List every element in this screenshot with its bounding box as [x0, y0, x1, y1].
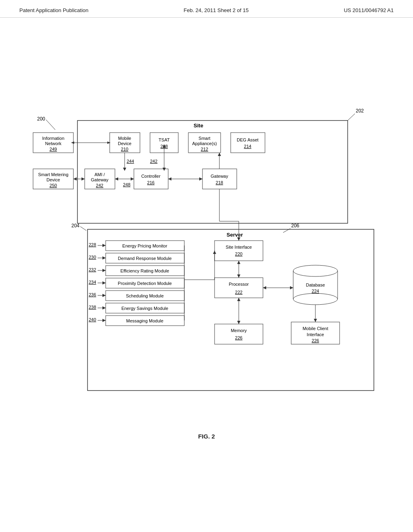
svg-marker-20 — [131, 177, 134, 181]
demand-response-label: Demand Response Module — [118, 256, 171, 261]
svg-text:Site Interface: Site Interface — [226, 245, 252, 249]
scheduling-label: Scheduling Module — [126, 293, 164, 298]
svg-text:Appliance(s): Appliance(s) — [192, 141, 217, 146]
ref-200: 200 — [37, 116, 45, 122]
ref-236: 236 — [89, 292, 96, 297]
svg-line-0 — [46, 120, 55, 130]
ref-244-label: 244 — [127, 159, 134, 164]
mobile-device-ref: 210 — [121, 147, 128, 152]
ref-248-label: 248 — [123, 182, 130, 187]
ref-234: 234 — [89, 280, 96, 285]
header-right: US 2011/0046792 A1 — [344, 7, 394, 13]
svg-marker-30 — [102, 256, 106, 260]
svg-marker-21 — [115, 177, 118, 181]
messaging-label: Messaging Module — [126, 318, 163, 323]
svg-line-1 — [348, 114, 355, 121]
svg-marker-57 — [314, 319, 317, 322]
efficiency-rating-label: Efficiency Rating Module — [121, 268, 169, 273]
svg-marker-36 — [102, 294, 106, 297]
svg-text:Gateway: Gateway — [91, 177, 108, 182]
svg-marker-47 — [237, 321, 240, 324]
info-network-ref: 249 — [50, 147, 57, 152]
ref-232: 232 — [89, 267, 96, 272]
ref-228: 228 — [89, 242, 96, 247]
svg-marker-34 — [102, 281, 106, 285]
svg-marker-28 — [102, 244, 106, 247]
site-label: Site — [194, 123, 203, 129]
ref-206: 206 — [291, 223, 299, 229]
svg-text:Gateway: Gateway — [211, 174, 228, 179]
server-label: Server — [227, 232, 243, 238]
svg-text:DEG Asset: DEG Asset — [237, 137, 259, 142]
smart-metering-ref: 250 — [50, 183, 57, 188]
processor-box — [215, 278, 263, 298]
svg-text:Memory: Memory — [231, 328, 247, 333]
page-header: Patent Application Publication Feb. 24, … — [0, 0, 413, 18]
svg-marker-40 — [102, 319, 106, 322]
svg-text:Interface: Interface — [307, 332, 324, 337]
energy-pricing-label: Energy Pricing Monitor — [122, 243, 167, 248]
svg-marker-9 — [123, 168, 126, 171]
svg-marker-38 — [102, 306, 106, 310]
processor-ref: 222 — [235, 290, 242, 295]
smart-appliance-ref: 212 — [201, 147, 208, 152]
header-left: Patent Application Publication — [19, 7, 88, 13]
svg-text:Network: Network — [45, 141, 62, 146]
svg-text:Smart: Smart — [198, 136, 210, 141]
svg-marker-18 — [81, 177, 85, 181]
svg-marker-19 — [73, 177, 77, 181]
svg-marker-45 — [237, 261, 240, 264]
database-ref: 224 — [312, 289, 319, 293]
ref-202: 202 — [356, 108, 364, 114]
ref-230: 230 — [89, 255, 96, 260]
svg-text:Smart Metering: Smart Metering — [38, 172, 68, 177]
memory-box — [215, 324, 263, 344]
svg-marker-22 — [199, 177, 202, 181]
energy-savings-label: Energy Savings Module — [121, 306, 168, 311]
svg-line-25 — [80, 227, 86, 231]
svg-text:Database: Database — [306, 283, 325, 287]
controller-box — [134, 169, 168, 189]
svg-marker-48 — [237, 298, 240, 301]
svg-marker-32 — [102, 269, 106, 272]
ami-gateway-ref: 242 — [96, 183, 103, 188]
deg-asset-box — [231, 133, 265, 153]
svg-text:Mobile Client: Mobile Client — [302, 326, 328, 331]
svg-text:AMI /: AMI / — [94, 172, 105, 177]
gateway-box — [202, 169, 237, 189]
gateway-ref: 218 — [216, 180, 223, 185]
header-center: Feb. 24, 2011 Sheet 2 of 15 — [184, 7, 248, 13]
site-interface-box — [215, 241, 263, 261]
deg-asset-ref: 214 — [244, 144, 251, 149]
controller-ref: 216 — [147, 180, 154, 185]
svg-marker-24 — [218, 153, 221, 156]
svg-marker-53 — [290, 286, 293, 289]
diagram-area: 200 202 Site Information Network 249 Mob… — [0, 26, 413, 421]
database-top — [293, 265, 338, 276]
proximity-detection-label: Proximity Detection Module — [118, 281, 172, 286]
svg-text:TSAT: TSAT — [159, 137, 170, 142]
patent-diagram: 200 202 Site Information Network 249 Mob… — [25, 42, 388, 405]
svg-marker-23 — [168, 177, 171, 181]
svg-marker-58 — [237, 237, 240, 241]
mobile-client-ref: 226 — [312, 338, 319, 343]
svg-marker-54 — [263, 286, 266, 289]
svg-text:Processor: Processor — [229, 282, 249, 287]
svg-marker-10 — [163, 168, 166, 171]
svg-text:Device: Device — [118, 141, 131, 146]
svg-marker-44 — [237, 274, 240, 278]
svg-text:Controller: Controller — [141, 174, 161, 179]
fig-caption-text: FIG. 2 — [198, 433, 215, 440]
figure-caption: FIG. 2 — [0, 433, 413, 440]
svg-text:Mobile: Mobile — [118, 136, 131, 141]
ref-240: 240 — [89, 317, 96, 322]
svg-marker-43 — [213, 251, 216, 254]
ref-242-label: 242 — [150, 159, 157, 164]
memory-ref: 226 — [235, 335, 242, 340]
ref-204: 204 — [71, 223, 79, 229]
database-bottom — [293, 293, 338, 305]
svg-text:Device: Device — [46, 177, 60, 182]
info-network-label: Information — [42, 136, 64, 141]
ref-238: 238 — [89, 305, 96, 310]
site-interface-ref: 220 — [235, 251, 242, 256]
